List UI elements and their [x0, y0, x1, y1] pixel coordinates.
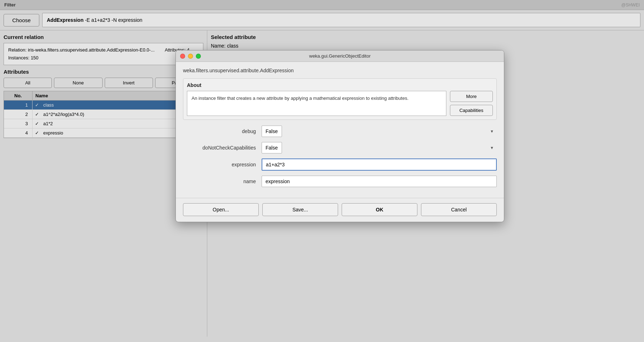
modal-title-bar: weka.gui.GenericObjectEditor [176, 50, 504, 62]
debug-select-wrapper: False True [262, 126, 497, 137]
generic-object-editor-dialog: weka.gui.GenericObjectEditor weka.filter… [175, 50, 504, 222]
donotcheck-field-row: doNotCheckCapabilities False True [183, 142, 497, 153]
close-icon[interactable] [180, 54, 185, 59]
expression-field-row: expression [183, 158, 497, 171]
open-button[interactable]: Open... [183, 203, 259, 216]
modal-body: weka.filters.unsupervised.attribute.AddE… [176, 62, 504, 198]
ok-button[interactable]: OK [342, 203, 417, 216]
expression-input[interactable] [262, 158, 497, 171]
debug-label: debug [183, 128, 262, 134]
about-buttons: More Capabilities [450, 91, 493, 116]
name-label: name [183, 179, 262, 184]
name-field-row: name [183, 176, 497, 187]
cancel-button[interactable]: Cancel [421, 203, 497, 216]
traffic-lights [180, 54, 201, 59]
donotcheck-label: doNotCheckCapabilities [183, 145, 262, 151]
modal-overlay: weka.gui.GenericObjectEditor weka.filter… [0, 0, 644, 342]
about-text: An instance filter that creates a new at… [187, 91, 446, 116]
about-title: About [187, 82, 493, 88]
debug-field-row: debug False True [183, 126, 497, 137]
maximize-icon[interactable] [196, 54, 201, 59]
about-section: About An instance filter that creates a … [183, 78, 497, 120]
expression-label: expression [183, 162, 262, 167]
about-content: An instance filter that creates a new at… [187, 91, 493, 116]
debug-select[interactable]: False True [262, 126, 282, 137]
name-input[interactable] [262, 176, 497, 187]
modal-class-name: weka.filters.unsupervised.attribute.AddE… [183, 68, 497, 73]
save-button[interactable]: Save... [262, 203, 338, 216]
donotcheck-select-wrapper: False True [262, 142, 497, 153]
capabilities-button[interactable]: Capabilities [450, 105, 493, 116]
minimize-icon[interactable] [188, 54, 193, 59]
donotcheck-select[interactable]: False True [262, 142, 282, 153]
modal-footer: Open... Save... OK Cancel [176, 198, 504, 222]
modal-title: weka.gui.GenericObjectEditor [309, 53, 371, 59]
more-button[interactable]: More [450, 91, 493, 102]
